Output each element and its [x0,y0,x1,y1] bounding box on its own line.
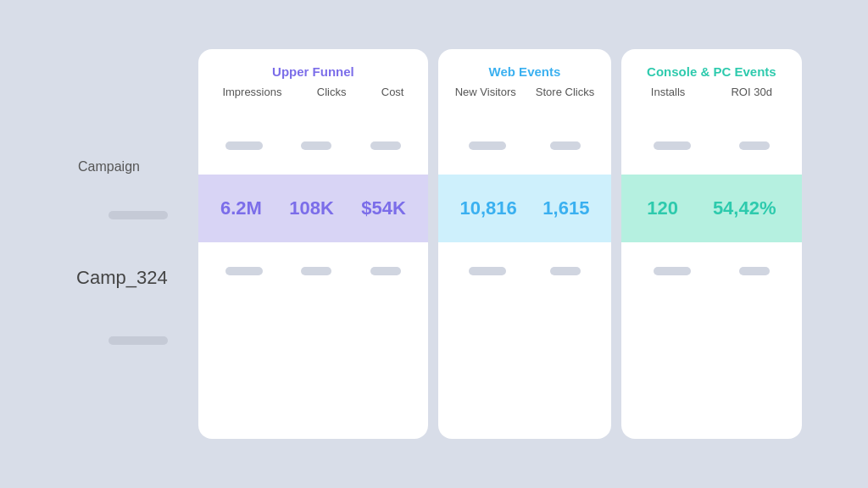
col-header-installs: Installs [651,86,685,98]
cp-val-installs: 120 [647,197,678,219]
campaign-header: Campaign [70,119,185,186]
web-events-col-headers: New Visitors Store Clicks [438,86,611,98]
cp-val-roi: 54,42% [713,197,776,219]
uf-val-clicks: 108K [289,197,334,219]
uf-val-cost: $54K [361,197,406,219]
console-pc-col-headers: Installs ROI 30d [621,86,802,98]
cp-row-placeholder-1 [621,117,802,175]
cp-mini-bar-2 [739,141,770,150]
col-header-cost: Cost [381,86,404,98]
campaign-row-placeholder-1 [70,186,185,244]
upper-funnel-col-headers: Impressions Clicks Cost [198,86,428,98]
col-header-new-visitors: New Visitors [455,86,516,98]
uf-val-impressions: 6.2M [220,197,262,219]
upper-funnel-title: Upper Funnel [272,64,354,79]
we-val-new-visitors: 10,816 [459,197,516,219]
console-pc-header: Console & PC Events Installs ROI 30d [621,49,802,117]
placeholder-bar-1 [108,211,168,219]
col-header-roi30d: ROI 30d [731,86,771,98]
web-events-title: Web Events [489,64,561,79]
campaign-name: Camp_324 [76,267,168,289]
we-row-highlight: 10,816 1,615 [438,175,611,242]
cp-row-highlight: 120 54,42% [621,175,802,242]
col-header-clicks: Clicks [317,86,347,98]
console-pc-body: 120 54,42% [621,117,802,439]
we-row-placeholder-1 [438,117,611,175]
uf-mini-bar-5 [301,267,331,275]
uf-mini-bar-3 [370,141,401,150]
uf-row-placeholder-1 [198,117,428,175]
console-pc-panel: Console & PC Events Installs ROI 30d 120… [621,49,802,439]
cp-mini-bar-4 [739,267,770,275]
main-container: Campaign Camp_324 Upper Funnel Impressio… [61,49,807,439]
console-pc-title: Console & PC Events [647,64,776,79]
uf-mini-bar-2 [301,141,331,150]
we-mini-bar-4 [550,267,581,275]
web-events-panel: Web Events New Visitors Store Clicks 10,… [438,49,611,439]
upper-funnel-header: Upper Funnel Impressions Clicks Cost [198,49,428,117]
campaign-row-highlight: Camp_324 [70,244,185,312]
web-events-body: 10,816 1,615 [438,117,611,439]
uf-mini-bar-1 [225,141,263,150]
cp-mini-bar-1 [654,141,691,150]
uf-row-highlight: 6.2M 108K $54K [198,175,428,242]
placeholder-bar-2 [108,336,168,345]
cp-mini-bar-3 [654,267,691,275]
campaign-rows: Camp_324 [70,186,185,369]
uf-mini-bar-6 [370,267,401,275]
we-mini-bar-1 [469,141,506,150]
uf-row-placeholder-2 [198,242,428,300]
we-row-placeholder-2 [438,242,611,300]
we-mini-bar-3 [469,267,506,275]
col-header-impressions: Impressions [222,86,281,98]
campaign-column: Campaign Camp_324 [61,49,193,439]
col-header-store-clicks: Store Clicks [536,86,594,98]
we-val-store-clicks: 1,615 [542,197,589,219]
we-mini-bar-2 [550,141,581,150]
upper-funnel-panel: Upper Funnel Impressions Clicks Cost 6.2… [198,49,428,439]
campaign-col-label: Campaign [78,159,140,175]
uf-mini-bar-4 [225,267,263,275]
campaign-row-placeholder-2 [70,312,185,369]
cp-row-placeholder-2 [621,242,802,300]
upper-funnel-body: 6.2M 108K $54K [198,117,428,439]
web-events-header: Web Events New Visitors Store Clicks [438,49,611,117]
